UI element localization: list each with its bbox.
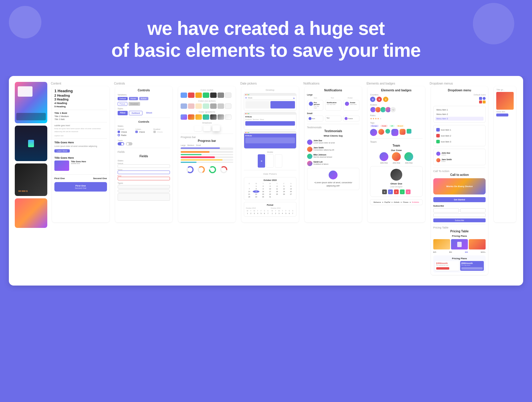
pricing-plans-title: Pricing Plans (433, 235, 486, 237)
elements-inner-title: Elements and badges (370, 89, 423, 92)
content-label: Content (51, 82, 111, 85)
heading-3: 3 Heading (54, 98, 107, 101)
pricing-images (433, 239, 486, 249)
field-default: Default (118, 163, 170, 168)
color-swatches-inactive (181, 103, 233, 109)
color-title: Color (solid) (181, 89, 233, 91)
btn-active[interactable]: Active (139, 97, 148, 100)
controls-inner-title: Controls (118, 89, 170, 92)
testimonials-label: Testimonials (307, 126, 360, 129)
counter-items: 3 5 2 (370, 97, 423, 102)
partial-card-inner: Title go... Action item (494, 86, 516, 222)
decorative-circle-tl (9, 6, 41, 38)
field-error: Error (118, 175, 170, 180)
pricing-inner-title: Pricing Table (433, 230, 486, 233)
content-blue-block: First One Second One (54, 182, 107, 192)
testimonial-quote: «Lorem ipsum dolor sit amet, consectetur… (307, 168, 360, 190)
dropdown-label: Dropdown menus (430, 82, 489, 85)
desktop-datepickers-card: Date pickers Desktop M Mode ▶ (240, 82, 300, 276)
progress-bars (181, 147, 233, 163)
heading-5: 5 Heading (54, 105, 107, 108)
btn-hover[interactable]: Hover (129, 97, 138, 100)
calendar-grid: SMTWTFS 123456 78910111213 1415161718192… (246, 182, 294, 198)
team-subtitle: Our Crew (370, 149, 423, 152)
body-text-sample: subtitle goes here! body text goes here … (54, 124, 107, 133)
color-swatches-solid (181, 93, 233, 98)
testimonials-inner-title: Testimonials (307, 129, 360, 133)
mini-browser-1: M Mode ▶ (244, 93, 296, 111)
typography-card: Content 1 Heading 2 Heading 3 Heading 4 … (51, 82, 111, 276)
showcase-item-2 (15, 126, 47, 161)
subscribe-section: Subscribe Subscribe (433, 205, 486, 222)
desktop-card-inner: Desktop M Mode ▶ (241, 86, 299, 222)
cta-label: Call To Action (433, 170, 486, 173)
datepickers-subtitle: Date Pickers (244, 173, 296, 175)
pricing-plan-cols: $399/month For personal use $560/month F… (435, 261, 484, 271)
controls-card-inner: Controls Variations Default Hover Active… (115, 86, 173, 222)
team-member-title: Lead Designer (373, 186, 420, 188)
elements-team-card: Elements and badges Elements and badges … (366, 82, 426, 276)
color-swatches-gradient (181, 114, 233, 120)
pricing-label: Pricing Table (433, 226, 486, 229)
title-1: Title 1 Bold (54, 112, 107, 114)
partial-right-card: - Title go... Action item (493, 82, 517, 276)
testimonial-items: John Doe Lorem ipsum dolor sit amet Jane… (307, 140, 360, 166)
color-card-inner: Color (solid) Color (no active) (178, 86, 236, 222)
decorative-circle-tr (473, 3, 514, 44)
cta-button[interactable]: Get Started (433, 197, 486, 202)
color-gradient-title: Color (gradient) (181, 111, 233, 113)
elements-label: Elements and badges (366, 82, 426, 85)
pricing-detail: Pricing Plans $399/month For personal us… (433, 255, 486, 273)
cards-container: 00 000 $ Content 1 Heading 2 Heading 3 H… (9, 76, 523, 286)
content-block-2: Title Goes Here Title Goes Here subtitle… (54, 156, 107, 171)
fields-inner-title: Fields (118, 155, 170, 158)
team-members: John Doe John Doe John Doe (370, 152, 423, 164)
notifications-card: Notifications Notifications Large IconTe… (304, 82, 363, 276)
color-inactive-title: Color (no active) (181, 100, 233, 102)
showcase-item-3: 00 000 $ (15, 163, 47, 196)
heading-4: 4 Heading (54, 102, 107, 105)
controls-states: Enabled Check Radio Indeter... Check Dis… (118, 128, 170, 137)
btn-default[interactable]: Default (118, 97, 128, 100)
shadow-samples (181, 125, 233, 131)
mini-browser-2: M Mode ProductsServicesAbout (244, 112, 296, 130)
two-col-links: First One Second One (54, 174, 107, 180)
cta-inner-title: Call to action (433, 173, 486, 176)
notification-large-row: Pre-person For top man Notification For … (307, 100, 360, 111)
heading-2: 2 Heading (54, 94, 107, 97)
notifications-inner-title: Notifications (307, 89, 360, 92)
dropdown-avatar-menu: John Doe Admin Jane Smith Editor (433, 149, 486, 165)
elements-card-inner: Elements and badges Counters 3 5 2 Avata… (368, 86, 425, 222)
social-links: B P A i d (373, 189, 420, 194)
notification-small-row: Icon Text Avatar (307, 116, 360, 121)
btn-focus[interactable]: Focus (118, 102, 127, 106)
fields-sublabel: Fields (118, 150, 170, 153)
tags: Design Code UX Brand (370, 125, 423, 127)
content-blocks: Title Goes Here Lorem ipsum dolor sit am… (54, 141, 107, 153)
donut-charts (181, 165, 233, 174)
field-types (118, 185, 170, 201)
typography-card-inner: 1 Heading 2 Heading 3 Heading 4 Heading … (52, 86, 109, 222)
title-3: Title 3 Italic (54, 118, 107, 120)
dropdown-text-menu: Menu Item 1 Menu Item 2 Menu Item 3 (433, 106, 486, 123)
content-cta-button[interactable]: Learn More (54, 149, 70, 153)
caption-sample: caption text (54, 135, 107, 137)
dropdown-card: Dropdown menus Dropdown menu Default Ico… (430, 82, 489, 276)
calendar-widget: October 2019 SMTWTFS 123456 78910111213 … (244, 177, 296, 200)
pricing-tiers: $25$50$99$200+ (433, 251, 486, 253)
button-variations: Default Hover Active (118, 97, 170, 100)
default-icons (433, 97, 486, 103)
showcase-column: 00 000 $ (15, 82, 47, 276)
button-variations-2: Focus Disabled (118, 102, 170, 106)
subscribe-button[interactable]: Subscribe (433, 218, 486, 222)
showcase-item-4 (15, 198, 47, 228)
dropdown-icon-menu: Icon Item 1 Icon Item 2 Icon Item 3 (433, 125, 486, 146)
controls-subtitle: Controls (118, 120, 170, 123)
heading-1: 1 Heading (54, 89, 107, 93)
color-progress-card: - Color (solid) Color (no active) (177, 82, 237, 276)
toggle-controls: Toggle (118, 140, 170, 145)
hero-title: we have created a huge set of basic elem… (12, 18, 520, 61)
dropdown-inner-title: Dropdown menu (433, 89, 486, 92)
partner-logos: Behance ● PayPal ● Airbnb ● iTunes ● Dri… (370, 199, 423, 205)
field-active: Active (118, 169, 170, 174)
